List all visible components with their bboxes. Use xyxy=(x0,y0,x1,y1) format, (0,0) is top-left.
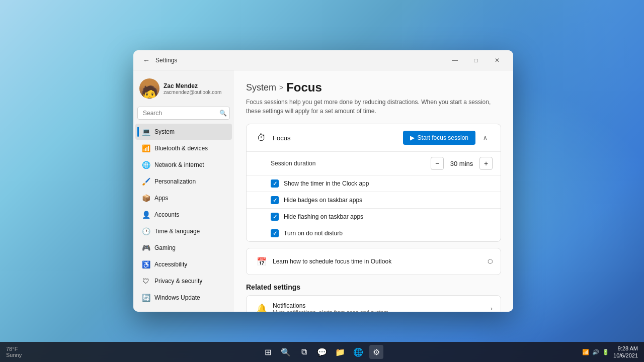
clock-date: 10/6/2021 xyxy=(613,352,638,359)
outlook-link[interactable]: 📅 Learn how to schedule focus time in Ou… xyxy=(246,248,501,275)
play-icon: ▶ xyxy=(410,134,415,141)
folder-icon: 📁 xyxy=(335,347,345,357)
user-profile[interactable]: 🧑 Zac Mendez zacmendez@outlook.com xyxy=(133,74,234,105)
user-email: zacmendez@outlook.com xyxy=(164,89,228,95)
clock-time: 9:28 AM xyxy=(613,345,638,352)
settings-body: 🧑 Zac Mendez zacmendez@outlook.com 🔍 💻 S… xyxy=(133,70,513,312)
sidebar-item-label: Personalization xyxy=(154,178,196,185)
chevron-up-icon: ∧ xyxy=(483,134,488,141)
session-duration-label: Session duration xyxy=(271,160,431,167)
start-focus-label: Start focus session xyxy=(418,134,468,141)
notifications-icon: 🔔 xyxy=(255,302,269,312)
network-icon: 🌐 xyxy=(141,160,150,169)
window-title: Settings xyxy=(155,57,445,64)
collapse-button[interactable]: ∧ xyxy=(477,130,493,145)
settings-taskbar-button[interactable]: ⚙ xyxy=(369,345,383,359)
checkbox-dnd[interactable]: ✓ xyxy=(271,229,279,237)
edge-button[interactable]: 🌐 xyxy=(351,345,365,359)
bluetooth-icon: 📶 xyxy=(141,144,150,153)
weather-widget[interactable]: 78°F Sunny xyxy=(6,346,22,358)
user-info: Zac Mendez zacmendez@outlook.com xyxy=(164,82,228,95)
apps-icon: 📦 xyxy=(141,194,150,203)
wifi-icon[interactable]: 📶 xyxy=(582,349,589,355)
sidebar: 🧑 Zac Mendez zacmendez@outlook.com 🔍 💻 S… xyxy=(133,70,234,312)
content-area: System > Focus Focus sessions help you g… xyxy=(234,70,513,312)
close-button[interactable]: ✕ xyxy=(487,53,507,68)
weather-temp: 78°F xyxy=(6,346,18,352)
settings-window: ← Settings — □ ✕ 🧑 Zac Mendez zacmendez@… xyxy=(133,50,513,312)
window-controls: — □ ✕ xyxy=(445,53,507,68)
minimize-button[interactable]: — xyxy=(445,53,465,68)
sidebar-item-network[interactable]: 🌐 Network & internet xyxy=(135,157,232,173)
sidebar-item-accounts[interactable]: 👤 Accounts xyxy=(135,207,232,223)
sidebar-item-system[interactable]: 💻 System xyxy=(135,124,232,140)
sidebar-item-personalization[interactable]: 🖌️ Personalization xyxy=(135,173,232,190)
start-focus-button[interactable]: ▶ Start focus session xyxy=(403,131,475,145)
chat-button[interactable]: 💬 xyxy=(315,345,329,359)
checkbox-clock[interactable]: ✓ xyxy=(271,179,279,188)
system-icon: 💻 xyxy=(141,127,150,136)
volume-icon[interactable]: 🔊 xyxy=(592,349,599,355)
start-button[interactable]: ⊞ xyxy=(261,345,275,359)
weather-desc: Sunny xyxy=(6,352,22,358)
sidebar-item-privacy[interactable]: 🛡 Privacy & security xyxy=(135,273,232,289)
notifications-card[interactable]: 🔔 Notifications Mute notifications, aler… xyxy=(246,295,501,312)
maximize-button[interactable]: □ xyxy=(466,53,486,68)
user-name: Zac Mendez xyxy=(164,82,228,89)
sidebar-item-apps[interactable]: 📦 Apps xyxy=(135,190,232,206)
sidebar-item-bluetooth[interactable]: 📶 Bluetooth & devices xyxy=(135,140,232,156)
accounts-icon: 👤 xyxy=(141,210,150,219)
breadcrumb: System > Focus xyxy=(246,80,501,95)
sidebar-item-label: Gaming xyxy=(154,244,176,251)
focus-card: ⏱ Focus ▶ Start focus session ∧ Session … xyxy=(246,124,501,242)
sidebar-item-label: Network & internet xyxy=(154,161,204,168)
chat-icon: 💬 xyxy=(317,347,327,357)
search-taskbar-button[interactable]: 🔍 xyxy=(279,345,293,359)
checkbox-badges[interactable]: ✓ xyxy=(271,196,279,204)
sidebar-item-label: Accounts xyxy=(154,211,179,218)
duration-controls: − 30 mins + xyxy=(431,157,493,170)
checkbox-clock-row: ✓ Show the timer in the Clock app xyxy=(247,175,501,192)
notifications-info: Notifications Mute notifications, alerts… xyxy=(273,302,491,312)
external-link-icon: ⬡ xyxy=(488,258,493,265)
taskbar-left: 78°F Sunny xyxy=(6,346,22,358)
checkbox-dnd-label: Turn on do not disturb xyxy=(284,230,343,237)
check-icon: ✓ xyxy=(273,180,277,187)
duration-decrease-button[interactable]: − xyxy=(431,157,444,170)
back-button[interactable]: ← xyxy=(139,53,153,67)
checkbox-badges-row: ✓ Hide badges on taskbar apps xyxy=(247,192,501,209)
explorer-button[interactable]: 📁 xyxy=(333,345,347,359)
system-tray: 📶 🔊 🔋 xyxy=(582,349,609,355)
outlook-link-text: Learn how to schedule focus time in Outl… xyxy=(273,258,488,265)
sidebar-item-gaming[interactable]: 🎮 Gaming xyxy=(135,240,232,256)
search-input[interactable] xyxy=(137,107,230,120)
taskview-button[interactable]: ⧉ xyxy=(297,345,311,359)
taskbar-center: ⊞ 🔍 ⧉ 💬 📁 🌐 ⚙ xyxy=(261,345,383,359)
sidebar-item-label: Bluetooth & devices xyxy=(154,145,208,152)
sidebar-item-update[interactable]: 🔄 Windows Update xyxy=(135,290,232,306)
checkbox-flashing[interactable]: ✓ xyxy=(271,213,279,221)
check-icon: ✓ xyxy=(273,197,277,204)
time-icon: 🕐 xyxy=(141,227,150,236)
sidebar-item-time[interactable]: 🕐 Time & language xyxy=(135,223,232,239)
duration-number: 30 xyxy=(450,160,457,167)
battery-icon[interactable]: 🔋 xyxy=(602,349,609,355)
sidebar-item-accessibility[interactable]: ♿ Accessibility xyxy=(135,256,232,273)
sidebar-item-label: Windows Update xyxy=(154,294,200,301)
taskview-icon: ⧉ xyxy=(301,347,307,356)
notifications-desc: Mute notifications, alerts from apps and… xyxy=(273,309,491,312)
update-icon: 🔄 xyxy=(141,293,150,302)
chevron-right-icon: › xyxy=(491,305,493,312)
clock-widget[interactable]: 9:28 AM 10/6/2021 xyxy=(613,345,638,359)
focus-icon: ⏱ xyxy=(255,131,269,145)
duration-value: 30 mins xyxy=(448,160,475,167)
session-duration-row: Session duration − 30 mins + xyxy=(247,152,501,175)
breadcrumb-separator: > xyxy=(279,83,283,92)
breadcrumb-system[interactable]: System xyxy=(246,82,276,93)
title-bar: ← Settings — □ ✕ xyxy=(133,50,513,70)
personalization-icon: 🖌️ xyxy=(141,177,150,186)
checkbox-clock-label: Show the timer in the Clock app xyxy=(284,180,369,187)
page-description: Focus sessions help you get more done by… xyxy=(246,98,501,116)
checkbox-badges-label: Hide badges on taskbar apps xyxy=(284,197,362,204)
duration-increase-button[interactable]: + xyxy=(479,157,493,170)
